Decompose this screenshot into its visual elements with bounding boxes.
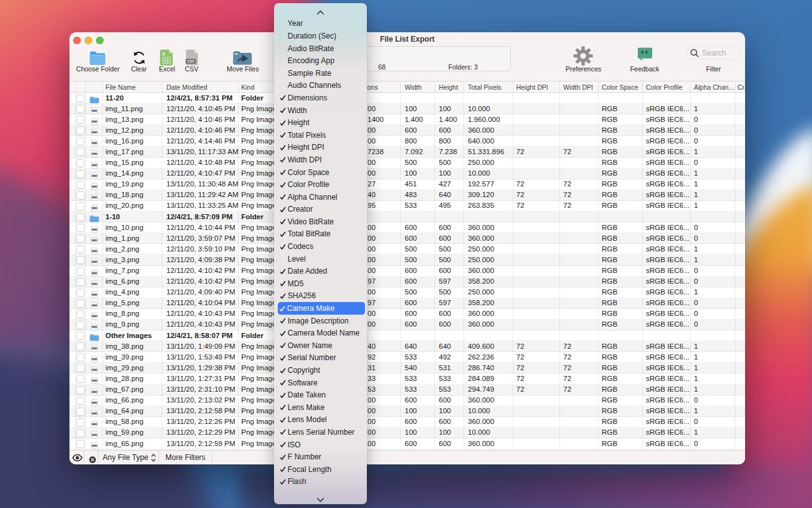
svg-text:CSV: CSV	[187, 59, 194, 63]
svg-text:X: X	[162, 51, 165, 57]
